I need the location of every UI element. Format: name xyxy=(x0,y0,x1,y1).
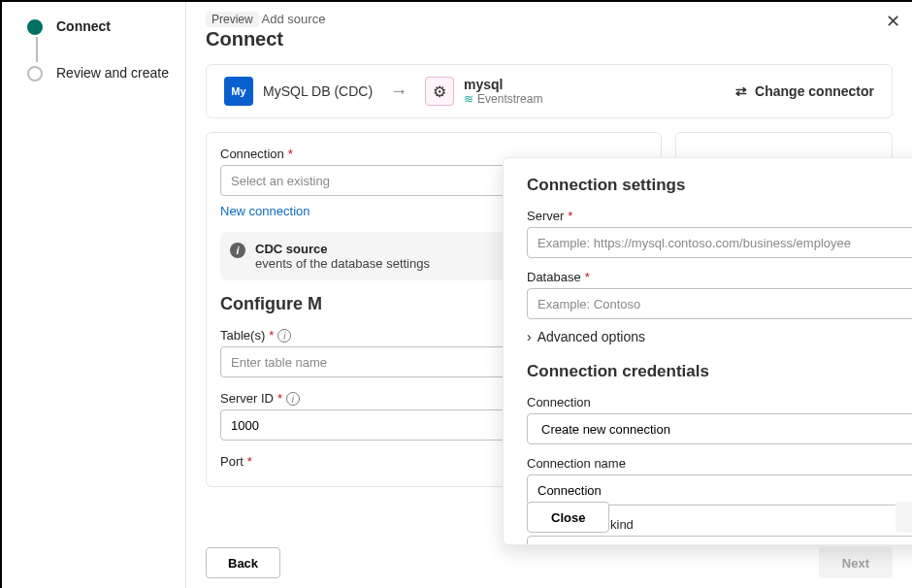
connection-name-label: Connection name xyxy=(527,456,626,471)
connection-credentials-heading: Connection credentials xyxy=(527,362,912,381)
info-icon[interactable]: i xyxy=(277,329,291,343)
connector-banner: My MySQL DB (CDC) → ⚙︎ mysql ≋ Eventstre… xyxy=(206,64,893,118)
database-label: Database xyxy=(527,270,581,284)
stream-icon: ≋ xyxy=(464,92,473,106)
step-label: Review and create xyxy=(56,64,169,82)
connection-dropdown[interactable]: Create new connection xyxy=(527,413,912,444)
port-label: Port xyxy=(220,454,244,469)
dest-connector: ⚙︎ mysql ≋ Eventstream xyxy=(425,77,542,106)
eventstream-icon: ⚙︎ xyxy=(425,77,454,106)
required-marker: * xyxy=(568,209,572,223)
tables-label: Table(s) xyxy=(220,328,265,343)
server-label: Server xyxy=(527,209,564,223)
info-icon: i xyxy=(230,243,245,258)
info-icon[interactable]: i xyxy=(286,392,300,406)
next-button[interactable]: Next xyxy=(819,547,893,578)
page-title: Connect xyxy=(206,28,893,50)
dest-sub: Eventstream xyxy=(477,92,542,106)
change-connector-button[interactable]: ⇄ Change connector xyxy=(735,83,874,99)
close-icon[interactable]: ✕ xyxy=(880,10,906,33)
database-input[interactable] xyxy=(527,288,912,319)
preview-badge: Preview xyxy=(206,12,259,27)
connection-field-label: Connection xyxy=(220,147,284,161)
step-dot xyxy=(27,66,43,82)
advanced-options-label: Advanced options xyxy=(537,329,645,344)
required-marker: * xyxy=(288,147,293,161)
change-connector-label: Change connector xyxy=(755,83,874,99)
required-marker: * xyxy=(277,391,282,406)
close-button[interactable]: Close xyxy=(527,502,609,533)
breadcrumb: Preview Add source xyxy=(206,12,893,26)
mysql-icon: My xyxy=(224,77,253,106)
main-panel: Preview Add source Connect ✕ My MySQL DB… xyxy=(186,2,912,588)
source-name: MySQL DB (CDC) xyxy=(263,83,373,99)
auth-kind-dropdown[interactable]: Basic xyxy=(527,536,912,544)
source-connector: My MySQL DB (CDC) xyxy=(224,77,373,106)
step-connect[interactable]: Connect xyxy=(27,17,174,64)
stepper: Connect Review and create xyxy=(2,2,186,588)
connection-settings-flyout: Connection settings Server * Database * xyxy=(503,157,912,545)
arrow-right-icon: → xyxy=(390,82,407,102)
step-review[interactable]: Review and create xyxy=(27,64,174,82)
swap-icon: ⇄ xyxy=(735,83,747,99)
breadcrumb-trail: Add source xyxy=(262,12,326,26)
required-marker: * xyxy=(585,270,590,284)
step-dot-active xyxy=(27,19,43,35)
connection-settings-heading: Connection settings xyxy=(527,176,912,195)
serverid-label: Server ID xyxy=(220,391,274,406)
required-marker: * xyxy=(269,328,274,343)
advanced-options-toggle[interactable]: › Advanced options xyxy=(527,329,912,344)
server-input[interactable] xyxy=(527,227,912,258)
back-button[interactable]: Back xyxy=(206,547,280,578)
step-label: Connect xyxy=(56,17,111,35)
connect-button[interactable]: Connect xyxy=(896,502,912,533)
chevron-right-icon: › xyxy=(527,329,532,344)
step-line xyxy=(36,37,38,62)
required-marker: * xyxy=(247,454,252,469)
dest-name: mysql xyxy=(464,77,542,92)
connection-dropdown-label: Connection xyxy=(527,395,591,409)
